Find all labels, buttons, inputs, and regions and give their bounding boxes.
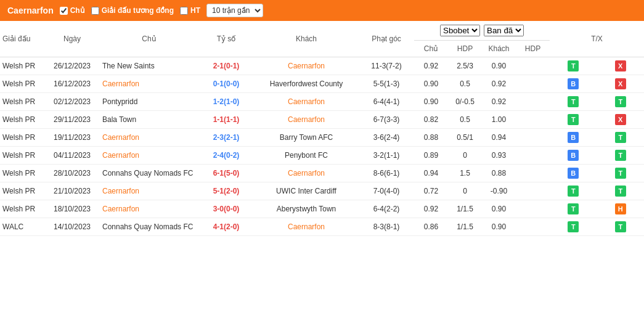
sbobet-select[interactable]: Sbobet 1xBet <box>440 25 480 36</box>
cell-t-badge: T <box>550 218 597 236</box>
header-team-name: Caernarfon <box>7 6 54 15</box>
cell-hdp: 0 <box>448 147 482 165</box>
cell-t-badge: T <box>550 57 597 75</box>
th-ngay: Ngày <box>44 21 100 57</box>
cell-hdp2 <box>516 165 550 182</box>
match-table: Giải đấu Ngày Chủ Tỷ số Khách Phạt góc S… <box>0 21 644 236</box>
cell-x-badge: T <box>597 93 645 111</box>
table-row: Welsh PR 02/12/2023 Pontypridd 1-2(1-0) … <box>0 93 644 111</box>
cell-khach: Aberystwyth Town <box>254 200 359 218</box>
cell-khach: Caernarfon <box>254 218 359 236</box>
table-row: Welsh PR 21/10/2023 Caernarfon 5-1(2-0) … <box>0 182 644 200</box>
cell-ngay: 21/10/2023 <box>44 182 100 200</box>
cell-khach-odds: 1.00 <box>482 111 516 129</box>
ban-da-select[interactable]: Ban đã Kèo <box>484 25 524 36</box>
cell-t-badge: T <box>550 111 597 129</box>
cell-hdp2 <box>516 218 550 236</box>
cell-chu: Caernarfon <box>100 200 198 218</box>
cell-t-badge: B <box>550 75 597 93</box>
cell-giai-dau: Welsh PR <box>0 93 44 111</box>
cell-chu-odds: 0.82 <box>414 111 448 129</box>
x-badge: T <box>615 150 626 161</box>
cell-khach-odds: 0.92 <box>482 75 516 93</box>
cell-khach-odds: 0.93 <box>482 147 516 165</box>
cell-hdp: 2.5/3 <box>448 57 482 75</box>
table-row: Welsh PR 19/11/2023 Caernarfon 2-3(2-1) … <box>0 129 644 147</box>
cell-ngay: 04/11/2023 <box>44 147 100 165</box>
th-ty-so: Tỷ số <box>198 21 254 57</box>
th-tx: T/X <box>550 21 644 57</box>
cell-chu: Caernarfon <box>100 75 198 93</box>
cell-x-badge: X <box>597 75 645 93</box>
t-badge: B <box>568 150 579 161</box>
table-row: WALC 14/10/2023 Connahs Quay Nomads FC 4… <box>0 218 644 236</box>
cell-hdp2 <box>516 57 550 75</box>
th-giai-dau: Giải đấu <box>0 21 44 57</box>
x-badge: T <box>615 186 626 197</box>
cell-chu-odds: 0.92 <box>414 57 448 75</box>
cell-ngay: 02/12/2023 <box>44 93 100 111</box>
cell-t-badge: B <box>550 129 597 147</box>
cell-chu-odds: 0.86 <box>414 218 448 236</box>
cell-khach: UWIC Inter Cardiff <box>254 182 359 200</box>
cell-t-badge: B <box>550 147 597 165</box>
t-badge: T <box>568 60 579 71</box>
cell-giai-dau: Welsh PR <box>0 165 44 182</box>
th-khach: Khách <box>254 21 359 57</box>
cell-khach-odds: 0.92 <box>482 93 516 111</box>
cell-hdp2 <box>516 75 550 93</box>
cell-ty-so: 6-1(5-0) <box>198 165 254 182</box>
giai-dau-checkbox[interactable] <box>91 7 99 15</box>
t-badge: T <box>568 203 579 214</box>
cell-ty-so: 2-4(0-2) <box>198 147 254 165</box>
cell-hdp2 <box>516 111 550 129</box>
cell-hdp: 1.5 <box>448 165 482 182</box>
th-khach-odds: Khách <box>482 41 516 57</box>
ht-checkbox[interactable] <box>180 7 188 15</box>
main-container: Caernarfon Chủ Giải đấu tương đồng HT 10… <box>0 0 644 236</box>
th-phat-goc: Phạt góc <box>359 21 414 57</box>
cell-hdp2 <box>516 200 550 218</box>
t-badge: B <box>568 168 579 179</box>
cell-giai-dau: Welsh PR <box>0 57 44 75</box>
cell-ngay: 26/12/2023 <box>44 57 100 75</box>
chu-checkbox-group: Chủ <box>60 6 85 15</box>
cell-x-badge: T <box>597 147 645 165</box>
cell-khach: Haverfordwest County <box>254 75 359 93</box>
cell-khach-odds: -0.90 <box>482 182 516 200</box>
cell-ngay: 19/11/2023 <box>44 129 100 147</box>
cell-khach-odds: 0.90 <box>482 218 516 236</box>
x-badge: T <box>615 132 626 143</box>
match-table-body: Welsh PR 26/12/2023 The New Saints 2-1(0… <box>0 57 644 236</box>
cell-ty-so: 1-1(1-1) <box>198 111 254 129</box>
ht-checkbox-group: HT <box>180 6 200 15</box>
t-badge: B <box>568 78 579 89</box>
cell-giai-dau: WALC <box>0 218 44 236</box>
cell-khach: Caernarfon <box>254 111 359 129</box>
cell-hdp2 <box>516 182 550 200</box>
chu-label: Chủ <box>70 6 85 15</box>
cell-chu-odds: 0.90 <box>414 93 448 111</box>
cell-ty-so: 5-1(2-0) <box>198 182 254 200</box>
chu-checkbox[interactable] <box>60 7 68 15</box>
giai-dau-label: Giải đấu tương đồng <box>102 6 174 15</box>
table-row: Welsh PR 28/10/2023 Connahs Quay Nomads … <box>0 165 644 182</box>
cell-chu: Connahs Quay Nomads FC <box>100 165 198 182</box>
cell-chu-odds: 0.90 <box>414 75 448 93</box>
cell-hdp: 0.5/1 <box>448 129 482 147</box>
cell-chu-odds: 0.92 <box>414 200 448 218</box>
table-row: Welsh PR 16/12/2023 Caernarfon 0-1(0-0) … <box>0 75 644 93</box>
tran-gan-select[interactable]: 10 trận gần 5 trận gần 20 trận gần <box>206 4 263 17</box>
cell-hdp: 1/1.5 <box>448 218 482 236</box>
cell-hdp: 0 <box>448 182 482 200</box>
cell-ty-so: 1-2(1-0) <box>198 93 254 111</box>
t-badge: B <box>568 132 579 143</box>
cell-khach: Caernarfon <box>254 93 359 111</box>
cell-giai-dau: Welsh PR <box>0 111 44 129</box>
cell-t-badge: T <box>550 182 597 200</box>
cell-chu-odds: 0.88 <box>414 129 448 147</box>
cell-ty-so: 4-1(2-0) <box>198 218 254 236</box>
table-row: Welsh PR 26/12/2023 The New Saints 2-1(0… <box>0 57 644 75</box>
cell-x-badge: H <box>597 200 645 218</box>
cell-chu-odds: 0.94 <box>414 165 448 182</box>
